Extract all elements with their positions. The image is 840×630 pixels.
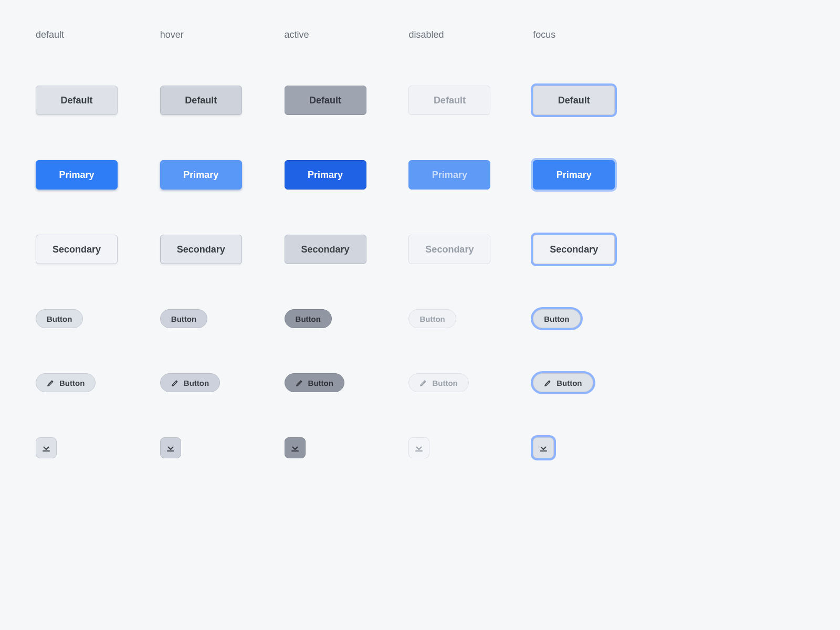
- pill-button-focus[interactable]: Button: [533, 309, 580, 328]
- default-button-focus[interactable]: Default: [533, 86, 615, 115]
- pill-icon-button-default[interactable]: Button: [36, 373, 96, 392]
- default-button-disabled: Default: [408, 86, 490, 115]
- download-to-line-icon: [414, 443, 424, 453]
- column-header-focus: focus: [533, 29, 636, 40]
- pill-icon-button-label: Button: [308, 379, 333, 387]
- pill-icon-button-label: Button: [432, 379, 457, 387]
- pill-icon-button-label: Button: [59, 379, 85, 387]
- download-to-line-icon: [166, 443, 175, 453]
- pencil-icon: [296, 379, 304, 387]
- primary-button-focus[interactable]: Primary: [533, 160, 615, 190]
- pill-icon-button-hover[interactable]: Button: [160, 373, 220, 392]
- column-header-disabled: disabled: [408, 29, 512, 40]
- pill-icon-button-label: Button: [184, 379, 209, 387]
- primary-button-disabled: Primary: [408, 160, 490, 190]
- download-to-line-icon: [290, 443, 300, 453]
- pencil-icon: [544, 379, 552, 387]
- pencil-icon: [171, 379, 180, 387]
- column-header-hover: hover: [160, 29, 264, 40]
- pill-icon-button-active[interactable]: Button: [285, 373, 344, 392]
- pencil-icon: [47, 379, 55, 387]
- icon-button-hover[interactable]: [160, 437, 181, 458]
- download-to-line-icon: [41, 443, 51, 453]
- secondary-button-default[interactable]: Secondary: [36, 235, 118, 264]
- pill-button-disabled: Button: [408, 309, 456, 328]
- pencil-icon: [419, 379, 428, 387]
- primary-button-active[interactable]: Primary: [285, 160, 366, 190]
- default-button-default[interactable]: Default: [36, 86, 118, 115]
- secondary-button-focus[interactable]: Secondary: [533, 235, 615, 264]
- pill-icon-button-focus[interactable]: Button: [533, 373, 593, 392]
- pill-icon-button-disabled: Button: [408, 373, 468, 392]
- button-states-grid: default hover active disabled focus Defa…: [36, 29, 636, 458]
- icon-button-default[interactable]: [36, 437, 57, 458]
- column-header-default: default: [36, 29, 139, 40]
- icon-button-active[interactable]: [285, 437, 306, 458]
- column-header-active: active: [285, 29, 388, 40]
- primary-button-hover[interactable]: Primary: [160, 160, 242, 190]
- secondary-button-hover[interactable]: Secondary: [160, 235, 242, 264]
- pill-icon-button-label: Button: [556, 379, 582, 387]
- default-button-active[interactable]: Default: [285, 86, 366, 115]
- secondary-button-active[interactable]: Secondary: [285, 235, 366, 264]
- primary-button-default[interactable]: Primary: [36, 160, 118, 190]
- download-to-line-icon: [539, 443, 548, 453]
- icon-button-disabled: [408, 437, 429, 458]
- pill-button-active[interactable]: Button: [285, 309, 332, 328]
- icon-button-focus[interactable]: [533, 437, 554, 458]
- pill-button-default[interactable]: Button: [36, 309, 83, 328]
- default-button-hover[interactable]: Default: [160, 86, 242, 115]
- pill-button-hover[interactable]: Button: [160, 309, 207, 328]
- secondary-button-disabled: Secondary: [408, 235, 490, 264]
